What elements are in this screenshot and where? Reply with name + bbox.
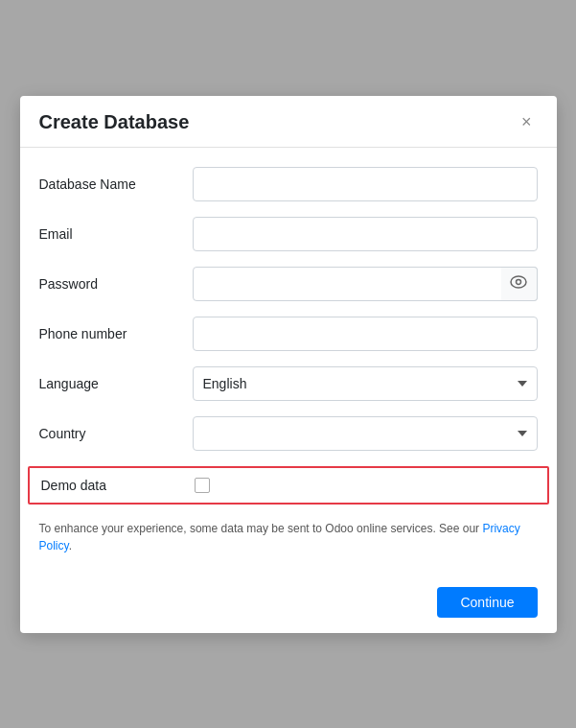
phone-input[interactable]	[193, 317, 538, 351]
eye-icon	[510, 275, 527, 292]
password-input[interactable]	[193, 267, 538, 301]
language-select[interactable]: English French Spanish German Chinese Ar…	[193, 366, 538, 401]
privacy-text: To enhance your experience, some data ma…	[39, 522, 483, 535]
modal-header: Create Database ×	[20, 96, 557, 148]
svg-point-0	[511, 276, 526, 288]
create-database-modal: Create Database × Database Name Email Pa…	[20, 96, 557, 633]
demo-data-label: Demo data	[41, 478, 195, 493]
email-row: Email	[39, 217, 538, 251]
demo-data-row: Demo data	[28, 466, 549, 505]
language-row: Language English French Spanish German C…	[39, 366, 538, 401]
privacy-note: To enhance your experience, some data ma…	[39, 520, 538, 554]
email-label: Email	[39, 226, 193, 242]
close-button[interactable]: ×	[516, 111, 538, 132]
language-label: Language	[39, 376, 193, 391]
privacy-suffix: .	[69, 539, 72, 552]
database-name-label: Database Name	[39, 176, 193, 192]
continue-button[interactable]: Continue	[437, 587, 537, 618]
phone-label: Phone number	[39, 326, 193, 341]
modal-body: Database Name Email Password	[20, 148, 557, 577]
password-row: Password	[39, 267, 538, 301]
country-label: Country	[39, 426, 193, 441]
phone-row: Phone number	[39, 317, 538, 351]
toggle-password-button[interactable]	[501, 267, 538, 301]
email-input[interactable]	[193, 217, 538, 251]
database-name-row: Database Name	[39, 167, 538, 201]
demo-data-checkbox[interactable]	[195, 478, 210, 493]
modal-title: Create Database	[39, 111, 190, 133]
password-label: Password	[39, 276, 193, 292]
password-wrapper	[193, 267, 538, 301]
svg-point-1	[517, 280, 521, 285]
modal-overlay: Create Database × Database Name Email Pa…	[0, 0, 576, 728]
database-name-input[interactable]	[193, 167, 538, 201]
modal-footer: Continue	[20, 577, 557, 633]
country-select[interactable]	[193, 416, 538, 451]
country-row: Country	[39, 416, 538, 451]
